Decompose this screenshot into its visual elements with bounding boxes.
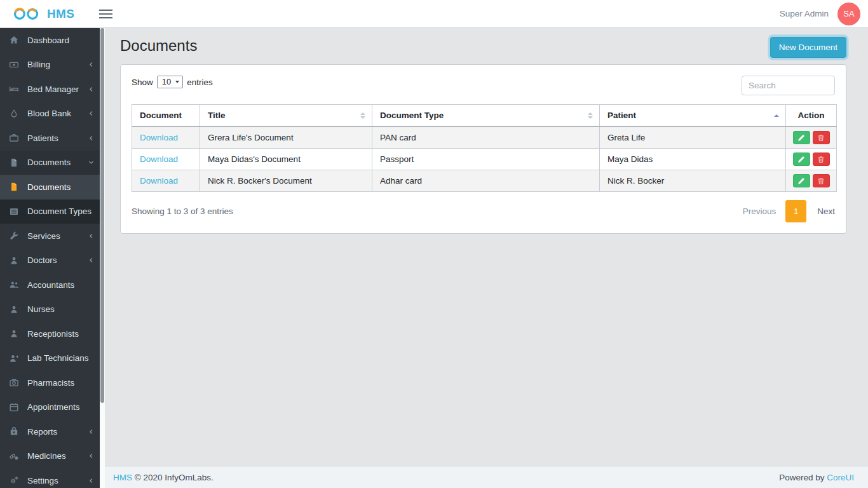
column-label: Action	[798, 111, 825, 120]
sidebar-item-appointments[interactable]: Appointments	[0, 395, 100, 420]
reports-icon	[9, 426, 19, 437]
chevron-left-icon	[88, 478, 94, 484]
powered-by-label: Powered by	[779, 473, 824, 482]
patient-cell: Nick R. Bocker	[600, 170, 786, 192]
home-icon	[9, 35, 19, 45]
download-link[interactable]: Download	[140, 154, 178, 164]
sidebar-item-blood-bank[interactable]: Blood Bank	[0, 102, 100, 126]
sidebar-item-label: Nurses	[27, 304, 94, 314]
action-cell	[786, 126, 837, 149]
edit-pencil-icon	[797, 177, 806, 185]
sidebar-item-services[interactable]: Services	[0, 224, 100, 248]
document-cell: Download	[132, 126, 200, 149]
patient-cell: Greta Life	[600, 126, 786, 149]
new-document-button[interactable]: New Document	[770, 37, 846, 58]
sidebar-item-nurses[interactable]: Nurses	[0, 297, 100, 322]
edit-button[interactable]	[793, 152, 810, 166]
sidebar-item-settings[interactable]: Settings	[0, 468, 100, 488]
app-footer: HMS © 2020 InfyOmLabs. Powered by CoreUI	[105, 466, 868, 488]
chevron-left-icon	[88, 429, 94, 435]
sidebar-item-label: Documents	[27, 182, 94, 192]
pagination: Previous 1 Next	[743, 200, 835, 222]
trash-icon	[817, 134, 825, 142]
sidebar-item-pharmacists[interactable]: Pharmacists	[0, 370, 100, 395]
document-cell: Download	[132, 149, 200, 170]
delete-button[interactable]	[813, 174, 830, 187]
sidebar-item-label: Blood Bank	[27, 109, 88, 118]
sidebar-item-medicines[interactable]: Medicines	[0, 444, 100, 469]
footer-right: Powered by CoreUI	[779, 473, 854, 482]
delete-button[interactable]	[813, 152, 830, 166]
sidebar-scrollbar-thumb[interactable]	[100, 28, 104, 403]
sidebar-item-documents[interactable]: Documents	[0, 151, 100, 175]
edit-pencil-icon	[797, 133, 806, 142]
footer-copyright: © 2020 InfyOmLabs.	[135, 473, 214, 482]
hamburger-icon	[98, 9, 113, 19]
column-header-document: Document	[132, 105, 200, 127]
brand-name: HMS	[47, 7, 74, 21]
trash-icon	[817, 177, 825, 185]
search-input[interactable]	[742, 76, 835, 95]
chevron-left-icon	[88, 86, 94, 92]
appointments-icon	[9, 402, 19, 412]
footer-hms-link[interactable]: HMS	[113, 473, 132, 482]
brand-logo[interactable]: HMS	[0, 6, 74, 22]
patients-icon	[9, 133, 19, 143]
sidebar-item-accountants[interactable]: Accountants	[0, 273, 100, 297]
receptionists-icon	[9, 329, 19, 339]
action-cell	[786, 149, 837, 170]
sidebar-item-label: Documents	[27, 158, 88, 167]
sidebar-item-lab-technicians[interactable]: Lab Technicians	[0, 346, 100, 371]
sidebar-subitem-documents[interactable]: Documents	[0, 175, 100, 200]
column-label: Patient	[607, 111, 636, 120]
column-header-patient[interactable]: Patient	[600, 105, 786, 127]
sidebar-item-label: Dashboard	[27, 36, 94, 45]
edit-button[interactable]	[793, 131, 810, 144]
column-header-title[interactable]: Title	[200, 105, 372, 127]
document-types-icon	[9, 207, 19, 217]
sidebar-toggle-button[interactable]	[96, 6, 116, 22]
sidebar-item-receptionists[interactable]: Receptionists	[0, 322, 100, 346]
sidebar-item-bed-manager[interactable]: Bed Manager	[0, 77, 100, 102]
pagination-previous[interactable]: Previous	[743, 207, 776, 216]
user-avatar[interactable]: SA	[837, 3, 860, 25]
download-link[interactable]: Download	[140, 176, 178, 186]
delete-button[interactable]	[813, 131, 830, 144]
edit-button[interactable]	[793, 174, 810, 187]
page-size-select[interactable]: 10	[157, 76, 183, 88]
document-type-cell: Adhar card	[372, 170, 600, 192]
sidebar-item-label: Bed Manager	[27, 85, 88, 94]
avatar-initials: SA	[843, 9, 854, 18]
page-length-control: Show 10 entries	[132, 76, 213, 88]
sidebar-item-billing[interactable]: Billing	[0, 53, 100, 78]
sidebar-item-dashboard[interactable]: Dashboard	[0, 28, 100, 53]
infinity-logo-icon	[11, 6, 42, 22]
sidebar-item-reports[interactable]: Reports	[0, 419, 100, 444]
sidebar-item-label: Lab Technicians	[27, 353, 94, 363]
pagination-next[interactable]: Next	[817, 207, 835, 216]
column-header-document-type[interactable]: Document Type	[372, 105, 600, 127]
chevron-left-icon	[88, 62, 94, 67]
footer-coreui-link[interactable]: CoreUI	[827, 473, 854, 482]
title-cell: Maya Didas's Document	[200, 149, 372, 170]
chevron-down-icon	[88, 159, 94, 165]
trash-icon	[817, 156, 825, 163]
documents-card: Show 10 entries DocumentTitleDocument Ty…	[120, 64, 846, 234]
document-type-cell: PAN card	[372, 126, 600, 149]
sidebar-item-patients[interactable]: Patients	[0, 126, 100, 151]
edit-pencil-icon	[797, 155, 806, 163]
documents-icon	[9, 158, 19, 168]
sidebar-item-doctors[interactable]: Doctors	[0, 248, 100, 273]
column-header-action: Action	[786, 105, 837, 127]
sidebar-scrollbar[interactable]	[100, 28, 105, 488]
download-link[interactable]: Download	[140, 133, 178, 142]
title-cell: Nick R. Bocker's Document	[200, 170, 372, 192]
patient-cell: Maya Didas	[600, 149, 786, 170]
medicines-icon	[9, 451, 19, 461]
settings-icon	[9, 475, 19, 485]
sidebar-item-label: Settings	[27, 476, 88, 485]
main-content: Documents New Document Show 10 entries D…	[105, 28, 868, 466]
sidebar-item-label: Billing	[27, 60, 88, 69]
pagination-page-1[interactable]: 1	[785, 200, 806, 222]
sidebar-subitem-document-types[interactable]: Document Types	[0, 200, 100, 224]
